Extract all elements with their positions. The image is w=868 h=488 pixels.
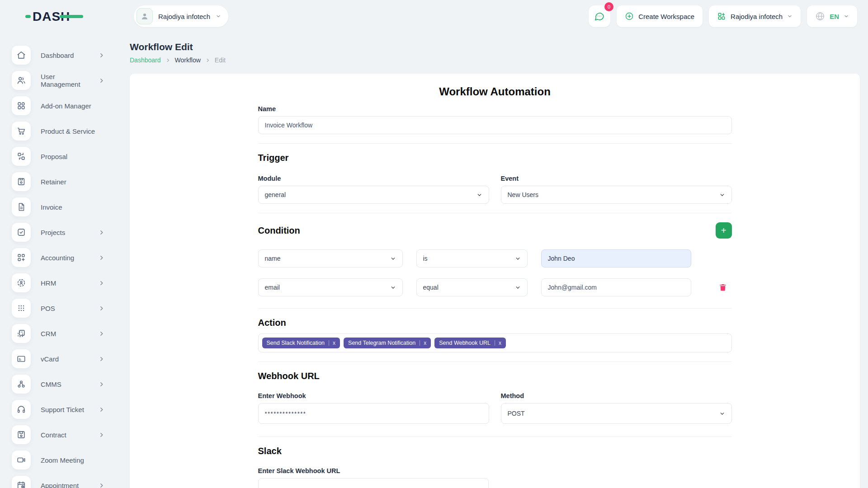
sidebar-item-user-management[interactable]: User Management — [12, 70, 130, 90]
action-tags-input[interactable]: Send Slack Notification x Send Telegram … — [258, 333, 732, 352]
grid-squares-icon — [12, 96, 31, 115]
credit-card-icon — [12, 349, 31, 368]
slack-webhook-input[interactable] — [258, 478, 489, 488]
chevron-right-icon — [165, 58, 170, 63]
condition-field-select[interactable]: name — [258, 249, 403, 267]
section-divider — [258, 361, 732, 362]
person-icon — [140, 12, 149, 21]
chevron-down-icon — [719, 192, 725, 198]
sidebar-item-appointment[interactable]: Appointment — [12, 475, 130, 488]
sidebar-item-projects[interactable]: Projects — [12, 222, 130, 242]
main-content: Workflow Edit Dashboard Workflow Edit Wo… — [130, 33, 868, 488]
sidebar-item-hrm[interactable]: HRM — [12, 273, 130, 293]
sidebar-item-proposal[interactable]: Proposal — [12, 146, 130, 166]
check-square-icon — [12, 223, 31, 242]
chevron-right-icon — [99, 331, 104, 337]
sidebar-item-cmms[interactable]: CMMS — [12, 374, 130, 394]
condition-operator-select[interactable]: equal — [416, 278, 528, 296]
method-select[interactable]: POST — [501, 403, 732, 424]
create-workspace-button[interactable]: Create Workspace — [617, 5, 703, 27]
save-file-icon — [12, 172, 31, 191]
workspace-avatar — [137, 8, 153, 24]
sidebar-item-retainer[interactable]: Retainer — [12, 172, 130, 192]
grid-plus-icon — [12, 248, 31, 267]
document-icon — [12, 197, 31, 216]
chevron-down-icon — [390, 256, 396, 262]
remove-tag-icon[interactable]: x — [333, 340, 335, 346]
name-label: Name — [258, 105, 732, 113]
condition-value-input[interactable] — [541, 278, 691, 296]
dots-grid-icon — [12, 299, 31, 318]
trash-icon — [718, 283, 727, 292]
sidebar-item-addon-manager[interactable]: Add-on Manager — [12, 96, 130, 116]
workflow-card: Workflow Automation Name Trigger Module … — [130, 74, 860, 488]
nodes-icon — [12, 375, 31, 394]
enter-webhook-label: Enter Webhook — [258, 392, 489, 399]
users-icon — [12, 71, 31, 90]
plus-icon: + — [721, 226, 726, 235]
sidebar-item-product-service[interactable]: Product & Service — [12, 121, 130, 141]
breadcrumb-dashboard-link[interactable]: Dashboard — [130, 56, 161, 64]
swap-boxes-icon — [12, 147, 31, 166]
company-menu-button[interactable]: Rajodiya infotech — [709, 5, 801, 27]
sidebar-item-contract[interactable]: Contract — [12, 425, 130, 445]
trigger-heading: Trigger — [258, 153, 732, 163]
sidebar-item-accounting[interactable]: Accounting — [12, 248, 130, 267]
sidebar-item-support-ticket[interactable]: Support Ticket — [12, 399, 130, 419]
sidebar-item-dashboard[interactable]: Dashboard — [12, 45, 130, 65]
chevron-down-icon — [515, 256, 521, 262]
app-logo[interactable]: DASH — [25, 8, 134, 24]
video-camera-icon — [12, 450, 31, 469]
event-select[interactable]: New Users — [501, 186, 732, 204]
company-menu-label: Rajodiya infotech — [731, 13, 783, 20]
chat-bubble-icon — [594, 11, 605, 22]
chevron-down-icon — [216, 14, 221, 19]
add-condition-button[interactable]: + — [716, 222, 732, 239]
person-dashed-circle-icon — [12, 273, 31, 292]
action-tag: Send Webhook URL x — [434, 338, 506, 349]
workspace-selector[interactable]: Rajodiya infotech — [134, 5, 228, 27]
condition-field-select[interactable]: email — [258, 278, 403, 296]
language-code: EN — [830, 13, 839, 20]
messages-button[interactable]: 0 — [589, 5, 610, 27]
workspace-grid-icon — [717, 12, 726, 21]
sidebar-item-crm[interactable]: CRM — [12, 324, 130, 343]
chevron-right-icon — [99, 52, 104, 58]
create-workspace-label: Create Workspace — [638, 13, 694, 20]
section-divider — [258, 213, 732, 213]
chevron-down-icon — [515, 285, 521, 291]
sidebar-item-zoom-meeting[interactable]: Zoom Meeting — [12, 450, 130, 470]
action-tag: Send Telegram Notification x — [344, 338, 431, 349]
sidebar-item-invoice[interactable]: Invoice — [12, 197, 130, 217]
chevron-right-icon — [99, 432, 104, 438]
breadcrumb-workflow: Workflow — [175, 56, 201, 64]
tag-divider — [495, 340, 495, 346]
tag-divider — [329, 340, 329, 346]
workspace-name: Rajodiya infotech — [158, 13, 210, 20]
slack-heading: Slack — [258, 446, 732, 456]
sidebar-item-vcard[interactable]: vCard — [12, 349, 130, 369]
delete-condition-button[interactable] — [718, 283, 727, 292]
chevron-down-icon — [844, 14, 849, 19]
webhook-input[interactable] — [258, 403, 489, 424]
sidebar-item-pos[interactable]: POS — [12, 298, 130, 318]
action-tag: Send Slack Notification x — [262, 338, 340, 349]
headphones-icon — [12, 400, 31, 419]
language-selector[interactable]: EN — [807, 5, 857, 27]
messages-count-badge: 0 — [604, 2, 613, 11]
chevron-right-icon — [99, 407, 104, 413]
module-select[interactable]: general — [258, 186, 489, 204]
condition-row: email equal — [258, 278, 732, 296]
chevron-right-icon — [99, 305, 104, 311]
chevron-right-icon — [99, 78, 104, 84]
remove-tag-icon[interactable]: x — [424, 340, 426, 346]
condition-operator-select[interactable]: is — [416, 249, 528, 267]
name-input[interactable] — [258, 116, 732, 134]
chevron-down-icon — [787, 14, 793, 19]
condition-value-input[interactable] — [541, 249, 691, 267]
chevron-right-icon — [99, 280, 104, 286]
method-label: Method — [501, 392, 732, 399]
section-divider — [258, 308, 732, 309]
overlap-squares-icon — [12, 324, 31, 343]
remove-tag-icon[interactable]: x — [499, 340, 501, 346]
